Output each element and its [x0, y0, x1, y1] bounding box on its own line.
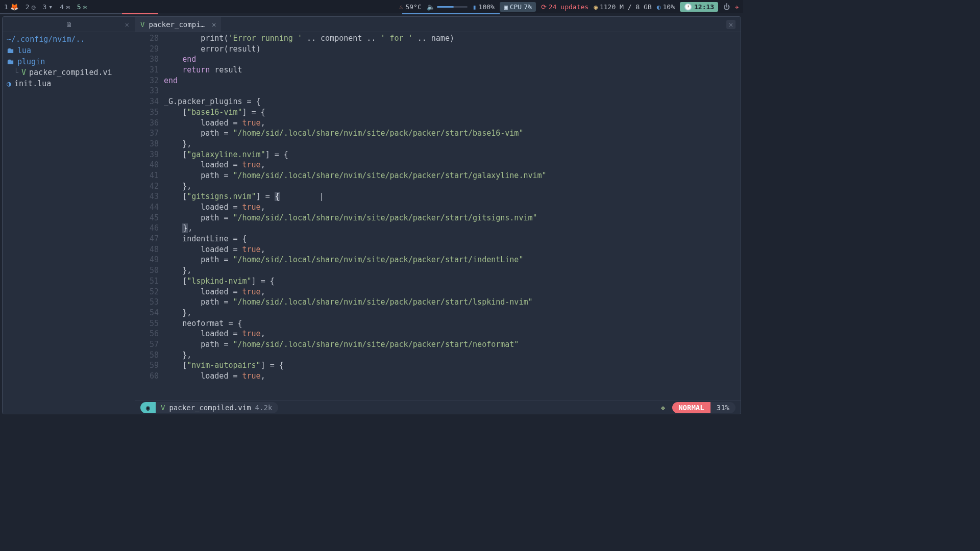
file-tree[interactable]: ~/.config/nvim/.. 🖿lua🖿plugin└Vpacker_co…	[3, 32, 135, 414]
code-line[interactable]: loaded = true,	[164, 329, 741, 339]
line-number: 28	[135, 33, 159, 44]
code-line[interactable]: path = "/home/sid/.local/share/nvim/site…	[164, 213, 741, 223]
code-line[interactable]: path = "/home/sid/.local/share/nvim/site…	[164, 128, 741, 139]
code-line[interactable]: loaded = true,	[164, 371, 741, 382]
status-mode: NORMAL	[672, 402, 710, 413]
line-number: 43	[135, 191, 159, 202]
settings-icon: ✲	[83, 3, 87, 11]
line-number: 59	[135, 360, 159, 371]
line-number: 32	[135, 76, 159, 86]
folder-icon: 🖿	[7, 57, 14, 68]
code-column[interactable]: print('Error running ' .. component .. '…	[164, 33, 741, 400]
vim-icon: V	[21, 67, 26, 79]
line-number: 45	[135, 213, 159, 223]
lua-icon: ◑	[7, 79, 11, 90]
editor-window: 🗎 ✕ V packer_compi… ✕ ✕ ~/.config/nvim/.…	[2, 16, 741, 414]
speaker-icon: 🔈	[427, 3, 435, 11]
power-icon[interactable]: ⏻	[723, 3, 730, 11]
volume-indicator[interactable]: 🔈	[427, 3, 468, 11]
code-line[interactable]: loaded = true,	[164, 244, 741, 255]
code-line[interactable]: ["galaxyline.nvim"] = {	[164, 149, 741, 160]
code-line[interactable]: },	[164, 350, 741, 361]
code-line[interactable]: end	[164, 54, 741, 65]
code-line[interactable]: ["gitsigns.nvim"] = {	[164, 191, 741, 202]
accent-strip	[0, 13, 743, 14]
code-line[interactable]: _G.packer_plugins = {	[164, 96, 741, 107]
updates-indicator[interactable]: ⟳ 24 updates	[541, 3, 589, 11]
code-editor[interactable]: 2829303132333435363738394041424344454647…	[135, 32, 741, 414]
folder-icon: 🖿	[7, 45, 14, 57]
line-number: 52	[135, 287, 159, 297]
flame-icon: ♨	[400, 3, 404, 11]
code-line[interactable]: error(result)	[164, 44, 741, 55]
workspace-5[interactable]: 5 ✲	[77, 3, 87, 11]
tree-folder-lua[interactable]: 🖿lua	[7, 45, 131, 57]
code-line[interactable]: },	[164, 181, 741, 192]
line-number: 55	[135, 318, 159, 329]
line-number: 50	[135, 265, 159, 276]
code-line[interactable]: },	[164, 265, 741, 276]
workspace-1[interactable]: 1 🦊	[4, 3, 18, 11]
vim-icon: V	[140, 20, 144, 29]
workspace-4[interactable]: 4 ✉	[60, 3, 70, 11]
line-number: 44	[135, 202, 159, 213]
code-line[interactable]: return result	[164, 65, 741, 76]
line-number: 57	[135, 339, 159, 350]
code-line[interactable]: loaded = true,	[164, 287, 741, 297]
code-line[interactable]: path = "/home/sid/.local/share/nvim/site…	[164, 170, 741, 181]
status-percent: 31%	[710, 404, 736, 412]
code-line[interactable]: loaded = true,	[164, 118, 741, 129]
code-line[interactable]: indentLine = {	[164, 234, 741, 244]
topbar-right: ♨ 59°C 🔈 ▮ 100% ▣ CPU 7% ⟳ 24 updates ◉ …	[400, 2, 739, 12]
line-number: 38	[135, 139, 159, 149]
code-line[interactable]: path = "/home/sid/.local/share/nvim/site…	[164, 255, 741, 265]
code-line[interactable]: ["base16-vim"] = {	[164, 107, 741, 118]
tree-item-label: packer_compiled.vi	[29, 67, 112, 79]
code-line[interactable]: },	[164, 223, 741, 234]
tree-root[interactable]: ~/.config/nvim/..	[7, 34, 131, 45]
code-line[interactable]: ["lspkind-nvim"] = {	[164, 276, 741, 287]
line-number: 48	[135, 244, 159, 255]
window-close-button[interactable]: ✕	[726, 20, 736, 29]
code-line[interactable]: },	[164, 308, 741, 318]
code-line[interactable]: neoformat = {	[164, 318, 741, 329]
workspace-3[interactable]: 3 ▾	[42, 3, 53, 11]
status-filename: packer_compiled.vim	[169, 404, 251, 412]
text-cursor	[321, 193, 322, 201]
line-number: 42	[135, 181, 159, 192]
tree-tab[interactable]: 🗎 ✕	[3, 20, 135, 29]
code-line[interactable]	[164, 86, 741, 96]
cpu-icon: ▣	[504, 3, 508, 11]
line-number: 40	[135, 160, 159, 170]
eye-icon: ◉	[140, 402, 156, 413]
tree-file-packer_compiled.vi[interactable]: └Vpacker_compiled.vi	[7, 67, 131, 79]
status-filesize: 4.2k	[255, 404, 273, 412]
pocket-icon: ▾	[48, 3, 53, 11]
ram-icon: ◉	[594, 3, 598, 11]
tree-folder-plugin[interactable]: 🖿plugin	[7, 57, 131, 68]
status-line: ◉ V packer_compiled.vim 4.2k ❖ NORMAL 31…	[135, 400, 741, 414]
telegram-icon[interactable]: ✈	[735, 3, 739, 11]
close-icon[interactable]: ✕	[212, 20, 216, 29]
line-number: 58	[135, 350, 159, 361]
tree-item-label: lua	[17, 45, 31, 57]
mail-icon: ✉	[66, 3, 70, 11]
close-icon[interactable]: ✕	[125, 20, 129, 29]
code-line[interactable]: ["nvim-autopairs"] = {	[164, 360, 741, 371]
code-line[interactable]: end	[164, 76, 741, 86]
code-line[interactable]: loaded = true,	[164, 160, 741, 170]
disk-icon: ◐	[657, 3, 661, 11]
code-area[interactable]: 2829303132333435363738394041424344454647…	[135, 32, 741, 400]
code-line[interactable]: path = "/home/sid/.local/share/nvim/site…	[164, 297, 741, 308]
workspace-2[interactable]: 2 ◎	[26, 3, 36, 11]
code-line[interactable]: print('Error running ' .. component .. '…	[164, 33, 741, 44]
line-number: 47	[135, 234, 159, 244]
tree-file-init.lua[interactable]: ◑init.lua	[7, 79, 131, 90]
line-number: 54	[135, 308, 159, 318]
tree-angle-icon: └	[14, 67, 18, 79]
code-line[interactable]: },	[164, 139, 741, 149]
line-number: 53	[135, 297, 159, 308]
code-line[interactable]: loaded = true,	[164, 202, 741, 213]
file-tab-packer[interactable]: V packer_compi… ✕	[135, 17, 221, 32]
code-line[interactable]: path = "/home/sid/.local/share/nvim/site…	[164, 339, 741, 350]
